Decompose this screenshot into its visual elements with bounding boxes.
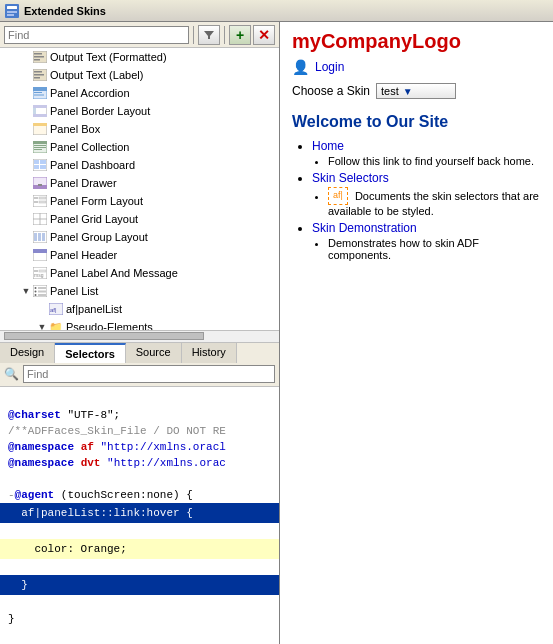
toggle[interactable] — [20, 267, 32, 279]
tree-label: Panel Border Layout — [50, 105, 150, 117]
tree-label: Panel Label And Message — [50, 267, 178, 279]
svg-rect-31 — [34, 165, 39, 169]
selectors-link[interactable]: Skin Selectors — [312, 171, 389, 185]
app-icon — [4, 3, 20, 19]
code-find-input[interactable] — [23, 365, 275, 383]
remove-button[interactable]: ✕ — [253, 25, 275, 45]
skin-dropdown[interactable]: test ▼ — [376, 83, 456, 99]
right-panel: myCompanyLogo 👤 Login Choose a Skin test… — [280, 22, 553, 644]
svg-text:msg: msg — [34, 272, 44, 278]
component-icon — [32, 212, 48, 226]
tree-item-pseudo-elements[interactable]: ▼ 📁 Pseudo-Elements — [0, 318, 279, 330]
skin-label: Choose a Skin — [292, 84, 370, 98]
demonstration-link[interactable]: Skin Demonstration — [312, 221, 417, 235]
toggle-output-text-formatted[interactable] — [20, 51, 32, 63]
tree-item-output-text-formatted[interactable]: Output Text (Formatted) — [0, 48, 279, 66]
svg-rect-10 — [34, 71, 42, 73]
svg-rect-6 — [34, 53, 42, 55]
toggle[interactable] — [20, 213, 32, 225]
tree-label: Panel Grid Layout — [50, 213, 138, 225]
toggle[interactable] — [20, 141, 32, 153]
toggle[interactable] — [20, 87, 32, 99]
toggle[interactable] — [20, 195, 32, 207]
toggle[interactable] — [20, 231, 32, 243]
code-editor: 🔍 @charset "UTF-8"; /**ADFFaces_Skin_Fil… — [0, 363, 279, 645]
nav-list: Home Follow this link to find yourself b… — [292, 139, 541, 261]
component-icon — [32, 86, 48, 100]
tree-label: Panel Form Layout — [50, 195, 143, 207]
tree-item-output-text-label[interactable]: Output Text (Label) — [0, 66, 279, 84]
toggle[interactable] — [20, 177, 32, 189]
tree-item-panel-drawer[interactable]: Panel Drawer — [0, 174, 279, 192]
h-scrollbar[interactable] — [0, 330, 279, 342]
person-icon: 👤 — [292, 59, 309, 75]
code-line-selector: af|panelList::link:hover { — [0, 503, 279, 523]
tree-item-panel-dashboard[interactable]: Panel Dashboard — [0, 156, 279, 174]
svg-rect-1 — [7, 6, 17, 9]
toggle-pseudo[interactable]: ▼ — [36, 321, 48, 330]
component-tree[interactable]: Output Text (Formatted) Output Text (Lab… — [0, 48, 279, 330]
add-button[interactable]: + — [229, 25, 251, 45]
tab-selectors[interactable]: Selectors — [55, 343, 126, 363]
code-line-ns-af: @namespace af "http://xmlns.oracl — [8, 441, 226, 453]
component-icon — [32, 140, 48, 154]
nav-sub-selectors: af| Documents the skin selectors that ar… — [312, 187, 541, 217]
toggle[interactable] — [36, 303, 48, 315]
tree-item-panel-grid-layout[interactable]: Panel Grid Layout — [0, 210, 279, 228]
code-line-close-brace1: } — [0, 575, 279, 595]
tree-item-panel-border-layout[interactable]: Panel Border Layout — [0, 102, 279, 120]
tree-item-panel-group-layout[interactable]: Panel Group Layout — [0, 228, 279, 246]
tree-toolbar: + ✕ — [0, 22, 279, 48]
tab-source[interactable]: Source — [126, 343, 182, 363]
bottom-tabs: Design Selectors Source History — [0, 342, 279, 363]
login-link[interactable]: Login — [315, 60, 344, 74]
toggle[interactable] — [20, 159, 32, 171]
svg-rect-49 — [33, 249, 47, 253]
svg-rect-38 — [39, 197, 46, 199]
svg-rect-15 — [34, 92, 42, 93]
component-icon: msg — [32, 266, 48, 280]
code-line-empty — [8, 473, 15, 485]
tree-label: af|panelList — [66, 303, 122, 315]
component-icon — [32, 248, 48, 262]
toggle[interactable] — [20, 69, 32, 81]
nav-sub-item: Follow this link to find yourself back h… — [328, 155, 541, 167]
tree-item-panel-form-layout[interactable]: Panel Form Layout — [0, 192, 279, 210]
tab-history[interactable]: History — [182, 343, 237, 363]
tree-item-af-panel-list[interactable]: af| af|panelList — [0, 300, 279, 318]
af-label: af| — [333, 190, 343, 200]
tree-label: Panel Dashboard — [50, 159, 135, 171]
tree-item-panel-label-message[interactable]: msg Panel Label And Message — [0, 264, 279, 282]
home-link[interactable]: Home — [312, 139, 344, 153]
toggle-panel-list[interactable]: ▼ — [20, 285, 32, 297]
nav-sub-item: af| Documents the skin selectors that ar… — [328, 187, 541, 217]
search-input[interactable] — [4, 26, 189, 44]
code-content[interactable]: @charset "UTF-8"; /**ADFFaces_Skin_File … — [0, 387, 279, 645]
tab-design[interactable]: Design — [0, 343, 55, 363]
toggle[interactable] — [20, 123, 32, 135]
title-bar: Extended Skins — [0, 0, 553, 22]
sep2 — [224, 26, 225, 44]
svg-rect-30 — [40, 160, 46, 164]
svg-rect-35 — [38, 184, 42, 186]
tree-item-panel-header[interactable]: Panel Header — [0, 246, 279, 264]
svg-rect-32 — [40, 165, 46, 169]
svg-rect-14 — [33, 87, 47, 91]
svg-rect-27 — [34, 149, 42, 150]
svg-rect-7 — [34, 56, 44, 58]
toggle[interactable] — [20, 105, 32, 117]
component-icon — [32, 50, 48, 64]
tree-label: Panel Box — [50, 123, 100, 135]
tree-label: Panel Group Layout — [50, 231, 148, 243]
svg-rect-39 — [34, 201, 38, 203]
tree-item-panel-box[interactable]: Panel Box — [0, 120, 279, 138]
toggle[interactable] — [20, 249, 32, 261]
tree-item-panel-collection[interactable]: Panel Collection — [0, 138, 279, 156]
tree-item-panel-accordion[interactable]: Panel Accordion — [0, 84, 279, 102]
nav-sub-home: Follow this link to find yourself back h… — [312, 155, 541, 167]
svg-rect-58 — [38, 291, 46, 293]
svg-rect-40 — [39, 201, 46, 203]
filter-button[interactable] — [198, 25, 220, 45]
tree-item-panel-list[interactable]: ▼ Panel List — [0, 282, 279, 300]
svg-rect-25 — [34, 145, 46, 146]
